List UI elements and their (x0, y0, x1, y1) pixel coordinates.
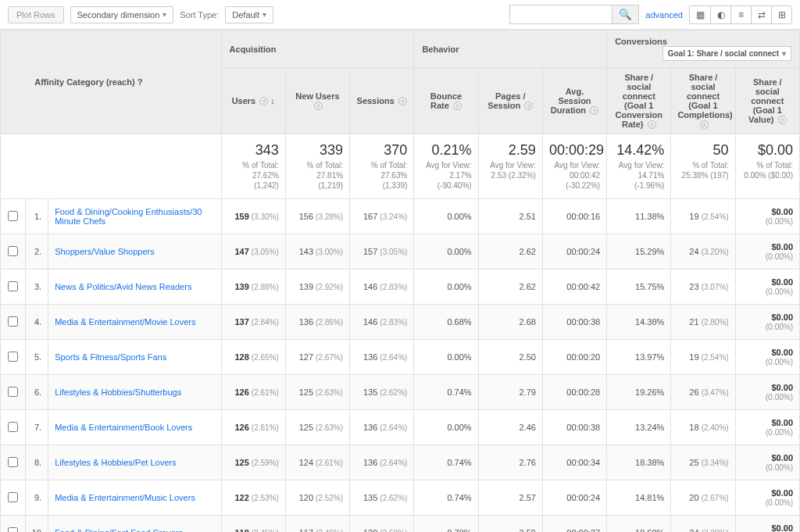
search-button[interactable]: 🔍 (612, 5, 638, 23)
sort-type-dropdown[interactable]: Default (225, 6, 273, 23)
row-checkbox[interactable] (8, 352, 18, 362)
sort-desc-icon: ↓ (270, 96, 275, 105)
row-checkbox[interactable] (8, 246, 18, 256)
col-sessions[interactable]: Sessions ? (350, 68, 414, 134)
row-index: 3. (25, 270, 48, 305)
table-row: 8.Lifestyles & Hobbies/Pet Lovers125 (2.… (1, 445, 800, 480)
row-index: 2. (25, 234, 48, 270)
category-link[interactable]: Sports & Fitness/Sports Fans (55, 352, 166, 362)
col-value[interactable]: Share / social connect (Goal 1 Value) ? (735, 68, 799, 134)
row-index: 7. (25, 410, 48, 445)
table-row: 10.Food & Dining/Fast Food Cravers118 (2… (1, 516, 800, 533)
col-completions[interactable]: Share / social connect (Goal 1 Completio… (671, 68, 735, 134)
secondary-dimension-dropdown[interactable]: Secondary dimension (70, 6, 174, 23)
summary-row: 343% of Total: 27.62% (1,242) 339% of To… (1, 134, 800, 199)
category-link[interactable]: Media & Entertainment/Book Lovers (55, 423, 192, 432)
report-table: Affinity Category (reach) ? Acquisition … (0, 30, 800, 532)
plot-rows-button[interactable]: Plot Rows (8, 6, 64, 23)
col-bounce-rate[interactable]: Bounce Rate ? (414, 68, 478, 134)
conversions-goal-dropdown[interactable]: Goal 1: Share / social connect (662, 46, 791, 61)
category-link[interactable]: Food & Dining/Cooking Enthusiasts/30 Min… (55, 207, 202, 226)
category-link[interactable]: Media & Entertainment/Music Lovers (55, 493, 195, 502)
row-index: 6. (25, 375, 48, 410)
table-row: 6.Lifestyles & Hobbies/Shutterbugs126 (2… (1, 375, 800, 410)
row-index: 10. (25, 516, 48, 533)
search-input[interactable] (510, 7, 612, 23)
toolbar: Plot Rows Secondary dimension Sort Type:… (0, 0, 800, 30)
category-link[interactable]: Lifestyles & Hobbies/Pet Lovers (55, 458, 176, 467)
table-row: 1.Food & Dining/Cooking Enthusiasts/30 M… (1, 199, 800, 234)
row-index: 9. (25, 480, 48, 516)
view-mode-group: ▦ ◐ ≡ ⇄ ⊞ (689, 5, 792, 24)
percentage-view-icon[interactable]: ◐ (710, 6, 730, 23)
category-link[interactable]: Shoppers/Value Shoppers (55, 247, 155, 256)
category-link[interactable]: Food & Dining/Fast Food Cravers (55, 528, 183, 532)
row-index: 8. (25, 445, 48, 480)
row-checkbox[interactable] (8, 211, 18, 221)
row-index: 5. (25, 340, 48, 375)
conversions-group: Conversions Goal 1: Share / social conne… (607, 30, 800, 68)
row-checkbox[interactable] (8, 281, 18, 291)
advanced-link[interactable]: advanced (645, 10, 683, 20)
category-link[interactable]: Lifestyles & Hobbies/Shutterbugs (55, 387, 181, 397)
search-icon: 🔍 (619, 9, 632, 20)
row-index: 4. (25, 305, 48, 340)
category-link[interactable]: Media & Entertainment/Movie Lovers (55, 317, 195, 327)
col-avg-duration[interactable]: Avg. Session Duration ? (542, 68, 606, 134)
col-pages-session[interactable]: Pages / Session ? (478, 68, 542, 134)
row-checkbox[interactable] (8, 316, 18, 327)
table-row: 7.Media & Entertainment/Book Lovers126 (… (1, 410, 800, 445)
col-new-users[interactable]: New Users ? (285, 68, 349, 134)
col-users[interactable]: Users ?↓ (221, 68, 285, 134)
group-header-row: Affinity Category (reach) ? Acquisition … (1, 30, 800, 68)
table-row: 5.Sports & Fitness/Sports Fans128 (2.65%… (1, 340, 800, 375)
table-row: 9.Media & Entertainment/Music Lovers122 … (1, 480, 800, 516)
behavior-group: Behavior (414, 30, 607, 68)
row-index: 1. (25, 199, 48, 234)
sort-type-label: Sort Type: (180, 10, 219, 20)
help-icon[interactable]: ? (138, 77, 143, 87)
table-row: 3.News & Politics/Avid News Readers139 (… (1, 270, 800, 305)
pivot-view-icon[interactable]: ⊞ (771, 6, 791, 23)
table-row: 2.Shoppers/Value Shoppers147 (3.05%)143 … (1, 234, 800, 270)
dimension-header: Affinity Category (reach) ? (1, 30, 222, 134)
row-checkbox[interactable] (8, 387, 18, 397)
category-link[interactable]: News & Politics/Avid News Readers (55, 282, 191, 291)
row-checkbox[interactable] (8, 527, 18, 533)
performance-view-icon[interactable]: ≡ (730, 6, 751, 23)
row-checkbox[interactable] (8, 422, 18, 432)
table-view-icon[interactable]: ▦ (690, 6, 710, 23)
comparison-view-icon[interactable]: ⇄ (751, 6, 771, 23)
table-row: 4.Media & Entertainment/Movie Lovers137 … (1, 305, 800, 340)
acquisition-group: Acquisition (221, 30, 414, 68)
search-box: 🔍 (509, 5, 639, 24)
row-checkbox[interactable] (8, 457, 18, 467)
col-conv-rate[interactable]: Share / social connect (Goal 1 Conversio… (607, 68, 671, 134)
row-checkbox[interactable] (8, 492, 18, 502)
